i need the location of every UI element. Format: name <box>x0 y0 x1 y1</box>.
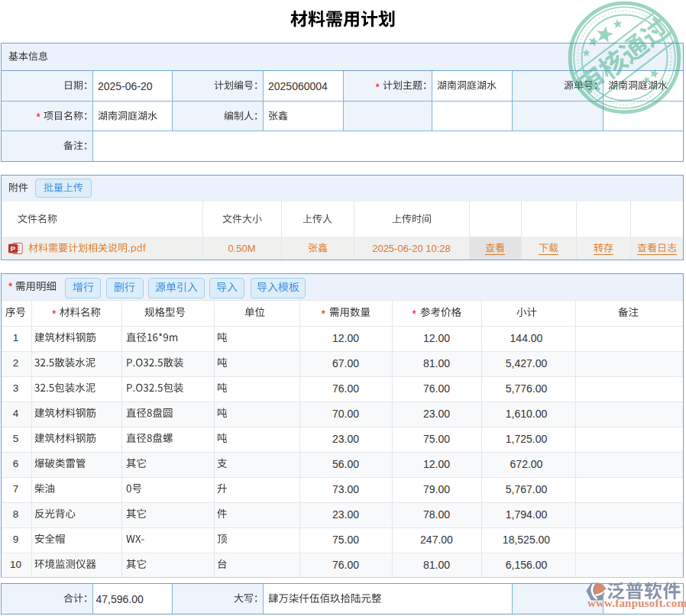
svg-text:P: P <box>11 244 16 253</box>
